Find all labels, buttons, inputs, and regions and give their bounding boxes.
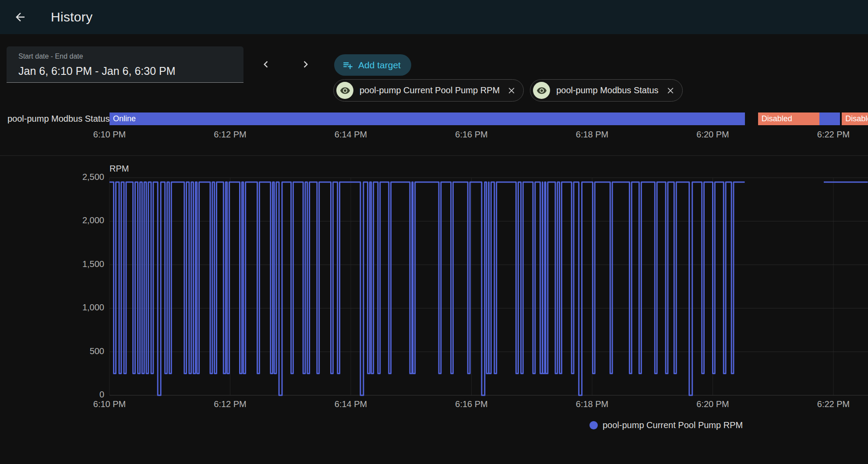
time-tick-label: 6:10 PM [93, 399, 126, 409]
rpm-tick-label: 2,000 [56, 215, 104, 225]
time-tick-label: 6:14 PM [335, 399, 367, 409]
chart-legend[interactable]: pool-pump Current Pool Pump RPM [589, 420, 743, 430]
time-tick-label: 6:16 PM [455, 399, 487, 409]
time-tick-label: 6:22 PM [817, 399, 850, 409]
time-tick-label: 6:20 PM [696, 399, 729, 409]
legend-series-label: pool-pump Current Pool Pump RPM [603, 420, 743, 430]
rpm-tick-label: 1,000 [56, 302, 104, 313]
legend-series-dot [589, 421, 598, 429]
rpm-tick-label: 500 [56, 346, 104, 356]
rpm-tick-label: 1,500 [56, 259, 104, 269]
chart-x-axis: 6:10 PM6:12 PM6:14 PM6:16 PM6:18 PM6:20 … [0, 399, 868, 411]
rpm-tick-label: 0 [56, 390, 104, 400]
history-page: History Start date - End date Jan 6, 6:1… [0, 0, 868, 464]
time-tick-label: 6:12 PM [214, 399, 246, 409]
rpm-history-chart[interactable] [0, 0, 868, 464]
chart-unit-label: RPM [109, 164, 129, 174]
rpm-tick-label: 2,500 [56, 172, 104, 182]
time-tick-label: 6:18 PM [576, 399, 608, 409]
